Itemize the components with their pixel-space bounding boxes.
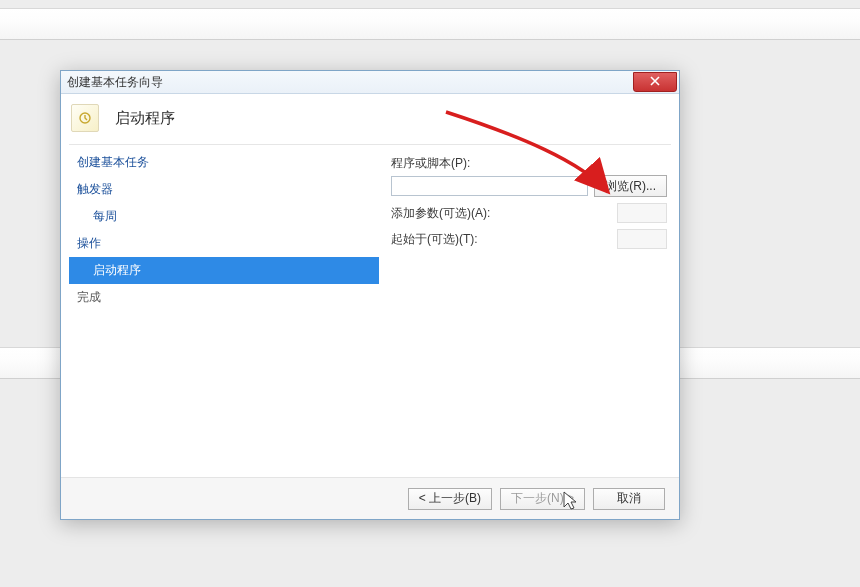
wizard-footer: < 上一步(B) 下一步(N) > 取消 <box>61 477 679 519</box>
sidebar-item-action[interactable]: 操作 <box>69 230 379 257</box>
titlebar[interactable]: 创建基本任务向导 <box>61 70 679 94</box>
background-toolbar-1 <box>0 8 860 40</box>
window-title: 创建基本任务向导 <box>67 74 163 91</box>
close-icon <box>650 75 660 89</box>
startin-label: 起始于(可选)(T): <box>391 231 611 248</box>
next-button: 下一步(N) > <box>500 488 585 510</box>
header-separator <box>69 144 671 145</box>
wizard-dialog: 创建基本任务向导 启动程序 创建基本任务 触发器 每周 操作 启动程序 完成 程… <box>60 70 680 520</box>
startin-input[interactable] <box>617 229 667 249</box>
args-input[interactable] <box>617 203 667 223</box>
wizard-form: 程序或脚本(P): 浏览(R)... 添加参数(可选)(A): 起始于(可选)(… <box>379 149 671 477</box>
wizard-header: 启动程序 <box>61 94 679 142</box>
wizard-icon <box>71 104 99 132</box>
args-row: 添加参数(可选)(A): <box>391 203 667 223</box>
sidebar-item-finish: 完成 <box>69 284 379 311</box>
sidebar-item-start-program: 启动程序 <box>69 257 379 284</box>
program-row: 程序或脚本(P): 浏览(R)... <box>391 155 667 197</box>
back-button[interactable]: < 上一步(B) <box>408 488 492 510</box>
wizard-body: 创建基本任务 触发器 每周 操作 启动程序 完成 程序或脚本(P): 浏览(R)… <box>61 149 679 477</box>
close-button[interactable] <box>633 72 677 92</box>
program-input[interactable] <box>391 176 588 196</box>
sidebar-item-trigger[interactable]: 触发器 <box>69 176 379 203</box>
cancel-button[interactable]: 取消 <box>593 488 665 510</box>
startin-row: 起始于(可选)(T): <box>391 229 667 249</box>
browse-button[interactable]: 浏览(R)... <box>594 175 667 197</box>
sidebar-item-weekly[interactable]: 每周 <box>69 203 379 230</box>
program-label: 程序或脚本(P): <box>391 155 667 172</box>
args-label: 添加参数(可选)(A): <box>391 205 611 222</box>
wizard-steps-sidebar: 创建基本任务 触发器 每周 操作 启动程序 完成 <box>69 149 379 477</box>
sidebar-item-create-task[interactable]: 创建基本任务 <box>69 149 379 176</box>
page-title: 启动程序 <box>115 109 175 128</box>
